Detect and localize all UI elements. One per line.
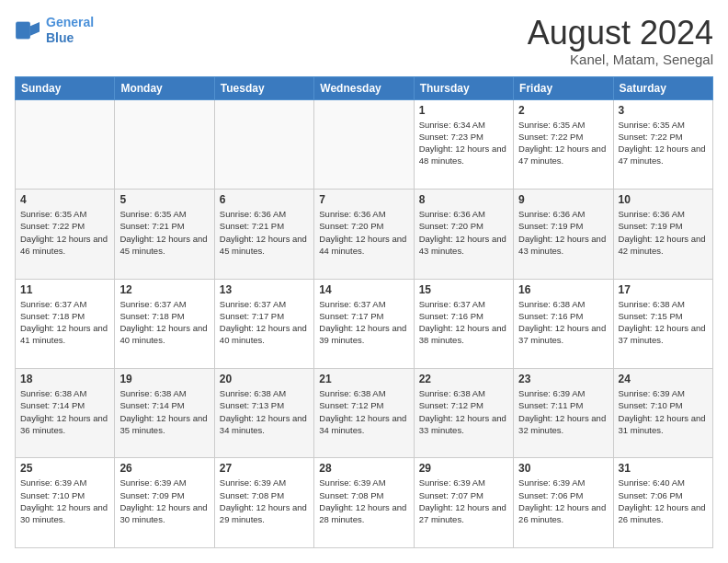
day-number: 31 <box>619 462 708 475</box>
calendar-week-row: 4Sunrise: 6:35 AM Sunset: 7:22 PM Daylig… <box>16 190 713 279</box>
day-info: Sunrise: 6:36 AM Sunset: 7:20 PM Dayligh… <box>319 208 408 257</box>
table-row: 9Sunrise: 6:36 AM Sunset: 7:19 PM Daylig… <box>514 190 613 279</box>
day-number: 17 <box>619 283 708 296</box>
logo-text: General Blue <box>46 15 94 46</box>
table-row: 20Sunrise: 6:38 AM Sunset: 7:13 PM Dayli… <box>214 369 313 458</box>
day-info: Sunrise: 6:36 AM Sunset: 7:20 PM Dayligh… <box>419 208 508 257</box>
table-row: 18Sunrise: 6:38 AM Sunset: 7:14 PM Dayli… <box>16 369 115 458</box>
day-number: 13 <box>220 283 309 296</box>
table-row: 24Sunrise: 6:39 AM Sunset: 7:10 PM Dayli… <box>613 369 712 458</box>
table-row <box>16 99 115 189</box>
day-info: Sunrise: 6:37 AM Sunset: 7:18 PM Dayligh… <box>119 298 209 347</box>
day-number: 4 <box>20 193 109 206</box>
table-row: 23Sunrise: 6:39 AM Sunset: 7:11 PM Dayli… <box>514 369 613 458</box>
col-monday: Monday <box>115 76 214 99</box>
day-info: Sunrise: 6:38 AM Sunset: 7:12 PM Dayligh… <box>319 387 408 436</box>
day-info: Sunrise: 6:39 AM Sunset: 7:06 PM Dayligh… <box>518 477 608 525</box>
col-friday: Friday <box>514 76 613 99</box>
table-row <box>115 99 214 189</box>
logo-blue: Blue <box>46 30 94 46</box>
day-number: 18 <box>20 373 109 385</box>
table-row: 14Sunrise: 6:37 AM Sunset: 7:17 PM Dayli… <box>314 279 414 368</box>
day-info: Sunrise: 6:38 AM Sunset: 7:14 PM Dayligh… <box>119 387 209 436</box>
day-info: Sunrise: 6:37 AM Sunset: 7:18 PM Dayligh… <box>20 298 109 347</box>
table-row: 3Sunrise: 6:35 AM Sunset: 7:22 PM Daylig… <box>613 99 712 189</box>
calendar-header-row: Sunday Monday Tuesday Wednesday Thursday… <box>16 76 713 99</box>
day-info: Sunrise: 6:40 AM Sunset: 7:06 PM Dayligh… <box>619 477 708 525</box>
table-row: 10Sunrise: 6:36 AM Sunset: 7:19 PM Dayli… <box>613 190 712 279</box>
day-info: Sunrise: 6:39 AM Sunset: 7:08 PM Dayligh… <box>319 477 408 525</box>
day-info: Sunrise: 6:38 AM Sunset: 7:16 PM Dayligh… <box>518 298 608 347</box>
day-info: Sunrise: 6:38 AM Sunset: 7:15 PM Dayligh… <box>619 298 708 347</box>
day-number: 9 <box>518 193 608 206</box>
day-info: Sunrise: 6:38 AM Sunset: 7:14 PM Dayligh… <box>20 387 109 436</box>
col-thursday: Thursday <box>414 76 513 99</box>
table-row: 25Sunrise: 6:39 AM Sunset: 7:10 PM Dayli… <box>16 458 115 548</box>
day-number: 12 <box>119 283 209 296</box>
col-saturday: Saturday <box>613 76 712 99</box>
day-number: 26 <box>119 462 209 475</box>
day-number: 2 <box>518 104 608 117</box>
table-row: 1Sunrise: 6:34 AM Sunset: 7:23 PM Daylig… <box>414 99 513 189</box>
day-number: 20 <box>220 373 309 385</box>
table-row: 6Sunrise: 6:36 AM Sunset: 7:21 PM Daylig… <box>214 190 313 279</box>
day-number: 30 <box>518 462 608 475</box>
day-number: 3 <box>619 104 708 117</box>
day-info: Sunrise: 6:35 AM Sunset: 7:21 PM Dayligh… <box>119 208 209 257</box>
table-row: 7Sunrise: 6:36 AM Sunset: 7:20 PM Daylig… <box>314 190 414 279</box>
day-info: Sunrise: 6:38 AM Sunset: 7:12 PM Dayligh… <box>419 387 508 436</box>
location-subtitle: Kanel, Matam, Senegal <box>528 52 713 67</box>
calendar-table: Sunday Monday Tuesday Wednesday Thursday… <box>15 76 713 548</box>
day-number: 15 <box>419 283 508 296</box>
day-info: Sunrise: 6:35 AM Sunset: 7:22 PM Dayligh… <box>518 119 608 167</box>
calendar-week-row: 1Sunrise: 6:34 AM Sunset: 7:23 PM Daylig… <box>16 99 713 189</box>
table-row: 13Sunrise: 6:37 AM Sunset: 7:17 PM Dayli… <box>214 279 313 368</box>
day-number: 5 <box>119 193 209 206</box>
day-info: Sunrise: 6:36 AM Sunset: 7:21 PM Dayligh… <box>220 208 309 257</box>
table-row: 31Sunrise: 6:40 AM Sunset: 7:06 PM Dayli… <box>613 458 712 548</box>
table-row: 28Sunrise: 6:39 AM Sunset: 7:08 PM Dayli… <box>314 458 414 548</box>
table-row: 27Sunrise: 6:39 AM Sunset: 7:08 PM Dayli… <box>214 458 313 548</box>
table-row: 26Sunrise: 6:39 AM Sunset: 7:09 PM Dayli… <box>115 458 214 548</box>
day-number: 1 <box>419 104 508 117</box>
day-number: 10 <box>619 193 708 206</box>
day-info: Sunrise: 6:37 AM Sunset: 7:17 PM Dayligh… <box>319 298 408 347</box>
col-tuesday: Tuesday <box>214 76 313 99</box>
svg-marker-2 <box>30 22 40 36</box>
day-info: Sunrise: 6:39 AM Sunset: 7:08 PM Dayligh… <box>220 477 309 525</box>
logo-icon <box>15 17 42 44</box>
day-info: Sunrise: 6:38 AM Sunset: 7:13 PM Dayligh… <box>220 387 309 436</box>
table-row: 30Sunrise: 6:39 AM Sunset: 7:06 PM Dayli… <box>514 458 613 548</box>
day-info: Sunrise: 6:35 AM Sunset: 7:22 PM Dayligh… <box>20 208 109 257</box>
table-row <box>214 99 313 189</box>
calendar-page: General Blue August 2024 Kanel, Matam, S… <box>0 0 728 563</box>
col-sunday: Sunday <box>16 76 115 99</box>
logo: General Blue <box>15 15 94 46</box>
day-number: 22 <box>419 373 508 385</box>
table-row: 15Sunrise: 6:37 AM Sunset: 7:16 PM Dayli… <box>414 279 513 368</box>
title-area: August 2024 Kanel, Matam, Senegal <box>528 15 713 67</box>
day-info: Sunrise: 6:39 AM Sunset: 7:10 PM Dayligh… <box>20 477 109 525</box>
table-row: 22Sunrise: 6:38 AM Sunset: 7:12 PM Dayli… <box>414 369 513 458</box>
header: General Blue August 2024 Kanel, Matam, S… <box>15 15 713 67</box>
day-number: 21 <box>319 373 408 385</box>
table-row: 8Sunrise: 6:36 AM Sunset: 7:20 PM Daylig… <box>414 190 513 279</box>
day-number: 11 <box>20 283 109 296</box>
table-row: 19Sunrise: 6:38 AM Sunset: 7:14 PM Dayli… <box>115 369 214 458</box>
table-row: 17Sunrise: 6:38 AM Sunset: 7:15 PM Dayli… <box>613 279 712 368</box>
day-info: Sunrise: 6:36 AM Sunset: 7:19 PM Dayligh… <box>619 208 708 257</box>
day-number: 27 <box>220 462 309 475</box>
table-row: 11Sunrise: 6:37 AM Sunset: 7:18 PM Dayli… <box>16 279 115 368</box>
col-wednesday: Wednesday <box>314 76 414 99</box>
day-number: 29 <box>419 462 508 475</box>
day-number: 25 <box>20 462 109 475</box>
day-info: Sunrise: 6:37 AM Sunset: 7:17 PM Dayligh… <box>220 298 309 347</box>
table-row <box>314 99 414 189</box>
month-title: August 2024 <box>528 15 713 52</box>
table-row: 29Sunrise: 6:39 AM Sunset: 7:07 PM Dayli… <box>414 458 513 548</box>
day-number: 28 <box>319 462 408 475</box>
table-row: 21Sunrise: 6:38 AM Sunset: 7:12 PM Dayli… <box>314 369 414 458</box>
day-number: 23 <box>518 373 608 385</box>
day-info: Sunrise: 6:35 AM Sunset: 7:22 PM Dayligh… <box>619 119 708 167</box>
svg-rect-0 <box>17 22 30 39</box>
